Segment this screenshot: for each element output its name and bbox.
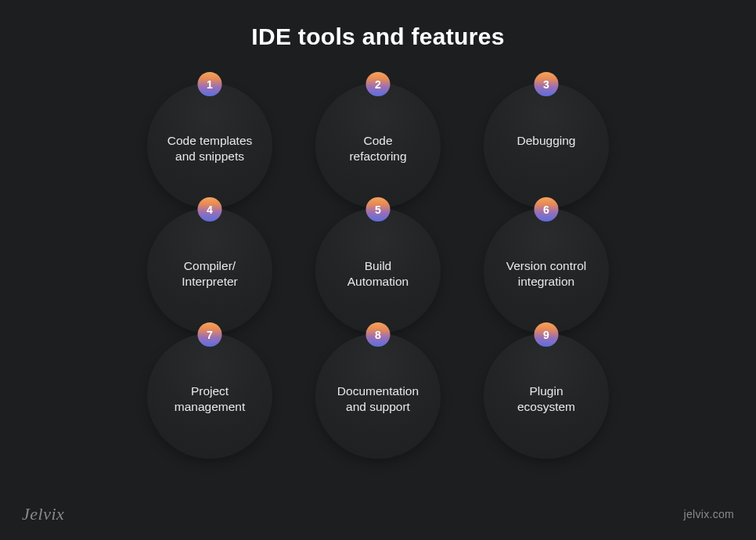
feature-item-7: 7 Project management xyxy=(147,322,272,448)
feature-label: Project management xyxy=(147,383,272,415)
feature-item-8: 8 Documentation and support xyxy=(315,322,441,448)
feature-label: Debugging xyxy=(484,133,609,149)
feature-number-badge: 2 xyxy=(366,72,391,96)
feature-item-3: 3 Debugging xyxy=(484,72,609,197)
feature-number-badge: 7 xyxy=(198,322,222,347)
footer: Jelvix jelvix.com xyxy=(0,504,756,524)
feature-item-1: 1 Code templates and snippets xyxy=(147,72,272,197)
feature-label: Version control integration xyxy=(484,258,609,290)
page-title: IDE tools and features xyxy=(0,0,756,50)
site-url: jelvix.com xyxy=(684,508,734,520)
feature-number-badge: 9 xyxy=(535,322,559,347)
feature-label: Build Automation xyxy=(315,258,441,290)
feature-number-badge: 1 xyxy=(198,72,222,96)
feature-item-4: 4 Compiler/ Interpreter xyxy=(147,197,272,322)
feature-label: Documentation and support xyxy=(315,383,441,415)
feature-label: Plugin ecosystem xyxy=(484,383,609,415)
brand-logo: Jelvix xyxy=(22,504,64,524)
feature-item-2: 2 Code refactoring xyxy=(315,72,441,197)
feature-number-badge: 4 xyxy=(198,197,222,221)
feature-label: Code refactoring xyxy=(315,133,441,164)
feature-label: Code templates and snippets xyxy=(147,133,272,164)
feature-number-badge: 3 xyxy=(535,72,559,96)
feature-item-6: 6 Version control integration xyxy=(484,197,609,322)
feature-number-badge: 8 xyxy=(366,322,391,347)
feature-item-5: 5 Build Automation xyxy=(315,197,441,322)
feature-item-9: 9 Plugin ecosystem xyxy=(484,322,609,448)
feature-number-badge: 6 xyxy=(535,197,559,221)
features-grid: 1 Code templates and snippets 2 Code ref… xyxy=(0,72,756,448)
feature-number-badge: 5 xyxy=(366,197,391,221)
feature-label: Compiler/ Interpreter xyxy=(147,258,272,290)
